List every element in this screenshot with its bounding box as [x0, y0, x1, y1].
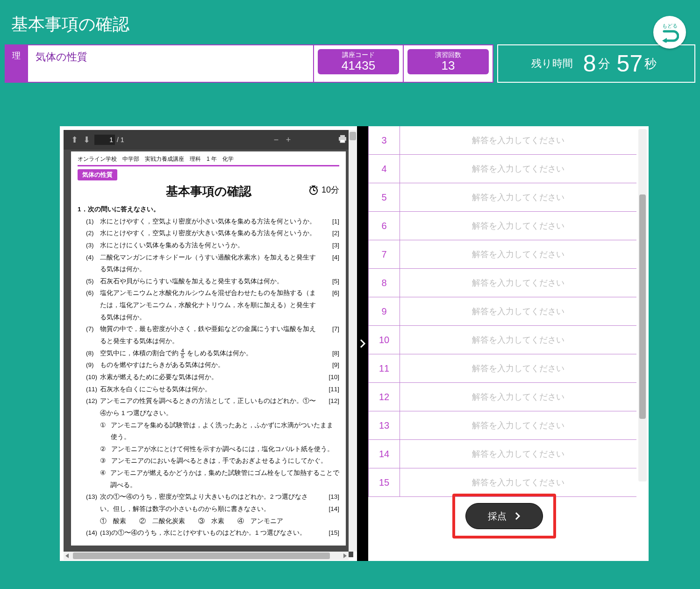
answer-number: 3 [369, 126, 400, 154]
answer-number: 6 [369, 212, 400, 240]
pdf-question-ref: [5] [318, 275, 339, 287]
pdf-question-text: 空気中に，体積の割合で約 45 をしめる気体は何か。 [100, 347, 318, 359]
pdf-question-row: (9)ものを燃やすはたらきがある気体は何か。[9] [86, 359, 339, 371]
pdf-question-text: 石灰石や貝がらにうすい塩酸を加えると発生する気体は何か。 [100, 275, 318, 287]
answer-number: 14 [369, 440, 400, 468]
pdf-question-number: (13) [86, 491, 100, 515]
pdf-question-ref: [10] [318, 371, 339, 383]
answer-input[interactable] [400, 297, 636, 325]
answer-row: 6 [369, 212, 636, 240]
pdf-question-text: 塩化アンモニウムと水酸化カルシウムを混ぜ合わせたものを加熱する（または，塩化アン… [100, 287, 318, 323]
answer-input[interactable] [400, 411, 636, 439]
answer-number: 10 [369, 326, 400, 354]
pdf-question-number: (10) [86, 371, 100, 383]
pdf-question-text: (13)の①〜④のうち，水にとけやすいものはどれか。1 つ選びなさい。 [100, 527, 318, 539]
answer-pane: 3456789101112131415 採点 [368, 126, 649, 561]
pdf-scrollbar-vertical[interactable] [349, 130, 357, 552]
pdf-title: 基本事項の確認 10分 [78, 183, 339, 200]
grade-button[interactable]: 採点 [465, 503, 543, 529]
svg-marker-0 [662, 38, 667, 43]
pdf-question-text: アンモニアの性質を調べるときの方法として，正しいものはどれか。①〜④から 1 つ… [100, 395, 318, 419]
pdf-frame: ⬆ ⬇ 1 / 1 − + オンライン学校 中学部 実戦力養成講座 理科 1 年… [64, 130, 353, 557]
pdf-zoom-in-icon[interactable]: + [282, 135, 294, 145]
answer-input[interactable] [400, 212, 636, 240]
pdf-question-text: 水素が燃えるために必要な気体は何か。 [100, 371, 318, 383]
answer-table: 3456789101112131415 [368, 126, 636, 497]
pdf-question-row: (11)石灰水を白くにごらせる気体は何か。[11] [86, 383, 339, 395]
timer-box: 残り時間 8 分 57 秒 [497, 44, 695, 83]
svg-rect-3 [340, 140, 345, 143]
timer-seconds: 57 [617, 50, 643, 77]
pdf-question-number: (5) [86, 275, 100, 287]
return-arrow-icon [660, 29, 679, 43]
grade-button-label: 採点 [488, 510, 507, 523]
svg-line-9 [316, 187, 317, 187]
pdf-question-text: 水にとけにくい気体を集める方法を何というか。 [100, 239, 318, 251]
pdf-question-lead: 1．次の問いに答えなさい。 [78, 203, 339, 215]
answer-input[interactable] [400, 354, 636, 382]
pdf-question-number: (8) [86, 347, 100, 359]
pdf-question-text: 次の①〜④のうち，密度が空気より大きいものはどれか。2 つ選びなさい。但し，解答… [100, 491, 318, 515]
pdf-question-row: (3)水にとけにくい気体を集める方法を何というか。[3] [86, 239, 339, 251]
answer-input[interactable] [400, 269, 636, 297]
pdf-question-ref: [13] [14] [318, 491, 339, 515]
pdf-print-icon[interactable] [336, 135, 349, 145]
answer-input[interactable] [400, 155, 636, 183]
pdf-question-ref: [12] [318, 395, 339, 419]
pdf-question-option: ③アンモニアのにおいを調べるときは，手であおぎよせるようにしてかぐ。 [100, 455, 339, 467]
pdf-question-row: (1)水にとけやすく，空気より密度が小さい気体を集める方法を何というか。[1] [86, 215, 339, 228]
pdf-question-row: (7)物質の中で，最も密度が小さく，鉄や亜鉛などの金属にうすい塩酸を加えると発生… [86, 323, 339, 347]
timer-minutes-unit: 分 [598, 56, 610, 72]
answer-input[interactable] [400, 240, 636, 268]
exercise-count-block: 演習回数 13 [404, 44, 493, 83]
info-bar: 理 気体の性質 講座コード 41435 演習回数 13 残り時間 8 分 57 … [5, 44, 695, 83]
answer-row: 11 [369, 354, 636, 383]
pane-splitter[interactable] [357, 126, 368, 561]
pdf-question-ref: [4] [318, 251, 339, 275]
answer-input[interactable] [400, 126, 636, 154]
pdf-scrollbar-horizontal[interactable] [64, 552, 349, 560]
pdf-question-ref: [6] [318, 287, 339, 323]
pdf-question-ref: [1] [318, 215, 339, 228]
topic-title: 気体の性質 [27, 44, 314, 83]
pdf-time-limit: 10分 [308, 184, 339, 195]
pdf-question-number: (7) [86, 323, 100, 347]
pdf-prev-page-icon[interactable]: ⬆ [68, 135, 80, 145]
answer-input[interactable] [400, 468, 636, 496]
pdf-question-number: (11) [86, 383, 100, 395]
pdf-question-row: (10)水素が燃えるために必要な気体は何か。[10] [86, 371, 339, 383]
pdf-question-number: (12) [86, 395, 100, 419]
pdf-toolbar: ⬆ ⬇ 1 / 1 − + [64, 130, 353, 150]
pdf-question-ref: [3] [318, 239, 339, 251]
pdf-question-option: ④アンモニアが燃えるかどうかは，集めた試験管にゴム栓をして加熱することで調べる。 [100, 467, 339, 491]
answer-input[interactable] [400, 183, 636, 211]
pdf-time-limit-text: 10分 [321, 184, 339, 195]
answer-input[interactable] [400, 440, 636, 468]
pdf-question-row: (2)水にとけやすく，空気より密度が大きい気体を集める方法を何というか。[2] [86, 227, 339, 239]
answer-row: 12 [369, 383, 636, 411]
answer-number: 12 [369, 383, 400, 411]
course-code-block: 講座コード 41435 [314, 44, 404, 83]
pdf-page-current[interactable]: 1 [94, 135, 115, 145]
back-button[interactable]: もどる [653, 16, 686, 49]
answer-input[interactable] [400, 383, 636, 411]
pdf-zoom-out-icon[interactable]: − [270, 135, 282, 145]
pdf-question-text: 水にとけやすく，空気より密度が小さい気体を集める方法を何というか。 [100, 215, 318, 228]
pdf-question-ref: [11] [318, 383, 339, 395]
course-code-value: 41435 [318, 59, 399, 72]
answer-number: 4 [369, 155, 400, 183]
answer-number: 13 [369, 411, 400, 439]
main-split: ⬆ ⬇ 1 / 1 − + オンライン学校 中学部 実戦力養成講座 理科 1 年… [60, 126, 649, 561]
answer-scrollbar-vertical[interactable] [638, 129, 647, 481]
svg-line-8 [310, 187, 311, 187]
clock-icon [308, 185, 319, 195]
answer-number: 5 [369, 183, 400, 211]
subject-tab: 理 [5, 44, 27, 83]
pdf-question-text: 物質の中で，最も密度が小さく，鉄や亜鉛などの金属にうすい塩酸を加えると発生する気… [100, 323, 318, 347]
answer-input[interactable] [400, 326, 636, 354]
timer-label: 残り時間 [531, 57, 573, 71]
pdf-question-text: ものを燃やすはたらきがある気体は何か。 [100, 359, 318, 371]
pdf-page-wrap[interactable]: オンライン学校 中学部 実戦力養成講座 理科 1 年 化学 気体の性質 基本事項… [64, 150, 353, 557]
pdf-next-page-icon[interactable]: ⬇ [80, 135, 93, 145]
pdf-question-option: ②アンモニアが水にとけて何性を示すか調べるには，塩化コバルト紙を使う。 [100, 443, 339, 455]
